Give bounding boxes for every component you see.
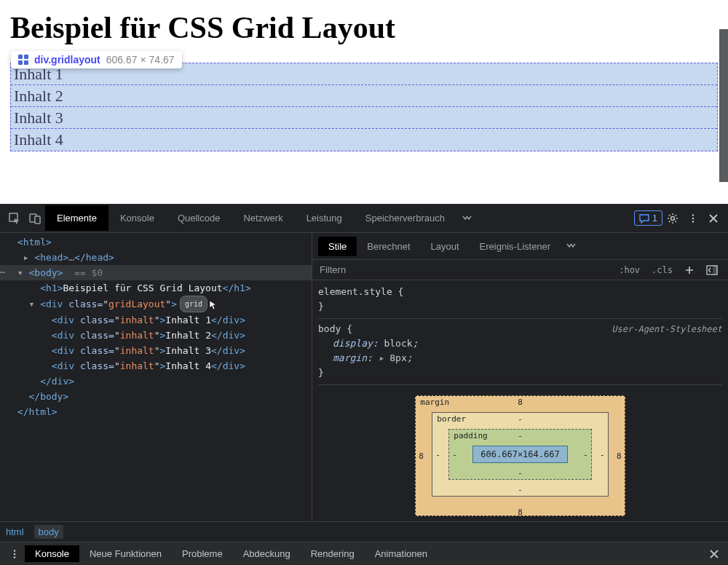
rendered-webpage: Beispiel für CSS Grid Layout div.gridlay…: [0, 0, 728, 204]
drawer-tab-rendering[interactable]: Rendering: [301, 545, 365, 562]
tooltip-class: .gridlayout: [48, 54, 100, 66]
svg-point-3: [671, 216, 675, 220]
styles-tab-berechnet[interactable]: Berechnet: [357, 237, 420, 256]
grid-layout-icon: [18, 55, 28, 65]
tab-network[interactable]: Netzwerk: [232, 205, 294, 231]
svg-point-6: [692, 221, 695, 223]
page-heading: Beispiel für CSS Grid Layout: [10, 10, 718, 45]
more-vertical-icon: [9, 549, 20, 559]
styles-more-tabs-icon[interactable]: [561, 236, 581, 256]
grid-item: Inhalt 2: [11, 85, 717, 107]
devtools-panel: Elemente Konsole Quellcode Netzwerk Leis…: [0, 204, 728, 565]
grid-container-highlight: Inhalt 1 Inhalt 2 Inhalt 3 Inhalt 4: [10, 63, 718, 151]
svg-rect-2: [35, 216, 40, 224]
devtools-drawer: Konsole Neue Funktionen Probleme Abdecku…: [0, 542, 728, 565]
tab-performance[interactable]: Leistung: [295, 205, 354, 231]
styles-filter-bar: :hov .cls: [312, 260, 728, 280]
new-style-rule-button[interactable]: [680, 264, 699, 277]
drawer-tab-neue-funktionen[interactable]: Neue Funktionen: [79, 545, 172, 562]
tab-sources[interactable]: Quellcode: [166, 205, 232, 231]
styles-tab-stile[interactable]: Stile: [318, 237, 357, 256]
settings-button[interactable]: [662, 208, 683, 229]
cls-toggle[interactable]: .cls: [647, 264, 677, 277]
box-model-diagram[interactable]: margin 8 8 8 8 border - - - - padding -: [312, 390, 728, 521]
svg-point-10: [14, 553, 16, 555]
css-rules[interactable]: element.style { } User-Agent-Stylesheet …: [312, 280, 728, 390]
ua-stylesheet-label: User-Agent-Stylesheet: [612, 322, 722, 336]
dom-gutter-dots: ⋯: [0, 265, 5, 280]
breadcrumb-html[interactable]: html: [6, 526, 24, 537]
body-rule[interactable]: User-Agent-Stylesheet body { display: bl…: [318, 320, 722, 385]
cursor-pointer-icon: [209, 300, 218, 310]
element-inspect-tooltip: div.gridlayout 606.67 × 74.67: [11, 51, 182, 68]
bm-border-label: border: [437, 414, 466, 424]
breadcrumb-body[interactable]: body: [34, 525, 63, 539]
devtools-body: ⋯ <html> ▸ <head>…</head> ▾ <body> == $0…: [0, 233, 728, 521]
more-vertical-icon: [688, 213, 698, 224]
devtools-main-toolbar: Elemente Konsole Quellcode Netzwerk Leis…: [0, 204, 728, 233]
grid-item: Inhalt 4: [11, 129, 717, 151]
gear-icon: [667, 213, 678, 224]
grid-item: Inhalt 3: [11, 107, 717, 129]
svg-point-5: [692, 217, 695, 219]
drawer-tab-animationen[interactable]: Animationen: [365, 545, 438, 562]
close-icon: [708, 213, 719, 224]
styles-panel: Stile Berechnet Layout Ereignis-Listener…: [312, 233, 728, 521]
kebab-menu-button[interactable]: [683, 208, 703, 229]
bm-content-size: 606.667×164.667: [472, 446, 567, 463]
plus-icon: [684, 265, 695, 275]
tab-memory[interactable]: Speicherverbrauch: [354, 205, 456, 231]
bm-padding-label: padding: [454, 431, 487, 440]
svg-point-4: [692, 214, 695, 216]
element-style-rule[interactable]: element.style { }: [318, 283, 722, 319]
dom-selected-node[interactable]: ▾ <body> == $0: [0, 265, 312, 280]
drawer-tab-abdeckung[interactable]: Abdeckung: [233, 545, 301, 562]
grid-badge[interactable]: grid: [180, 296, 207, 312]
hov-toggle[interactable]: :hov: [614, 264, 644, 277]
tab-elements[interactable]: Elemente: [45, 205, 108, 231]
tooltip-dimensions: 606.67 × 74.67: [106, 54, 175, 66]
styles-filter-input[interactable]: [318, 261, 612, 278]
styles-tab-listener[interactable]: Ereignis-Listener: [470, 237, 561, 256]
device-toggle-button[interactable]: [25, 208, 45, 229]
close-icon: [709, 549, 719, 559]
dom-breadcrumbs: html body: [0, 521, 728, 542]
dom-tree-panel[interactable]: ⋯ <html> ▸ <head>…</head> ▾ <body> == $0…: [0, 233, 312, 521]
styles-tabs: Stile Berechnet Layout Ereignis-Listener: [312, 233, 728, 260]
tab-console[interactable]: Konsole: [108, 205, 166, 231]
bm-margin-label: margin: [420, 398, 449, 407]
panel-right-icon: [706, 265, 718, 275]
issues-badge[interactable]: 1: [634, 210, 662, 226]
drawer-close-button[interactable]: [705, 549, 724, 559]
chat-icon: [639, 213, 649, 224]
tooltip-tag: div: [34, 54, 48, 66]
drawer-tab-probleme[interactable]: Probleme: [172, 545, 233, 562]
issues-count: 1: [652, 213, 657, 224]
inspect-element-button[interactable]: [4, 208, 25, 229]
svg-rect-8: [713, 266, 717, 274]
styles-tab-layout[interactable]: Layout: [421, 237, 470, 256]
svg-point-9: [14, 550, 16, 552]
svg-point-11: [14, 556, 16, 558]
more-tabs-chevron-icon[interactable]: [456, 208, 477, 229]
devtools-scrollbar[interactable]: [719, 233, 728, 521]
drawer-menu-button[interactable]: [4, 544, 25, 564]
drawer-tab-konsole[interactable]: Konsole: [25, 545, 79, 562]
